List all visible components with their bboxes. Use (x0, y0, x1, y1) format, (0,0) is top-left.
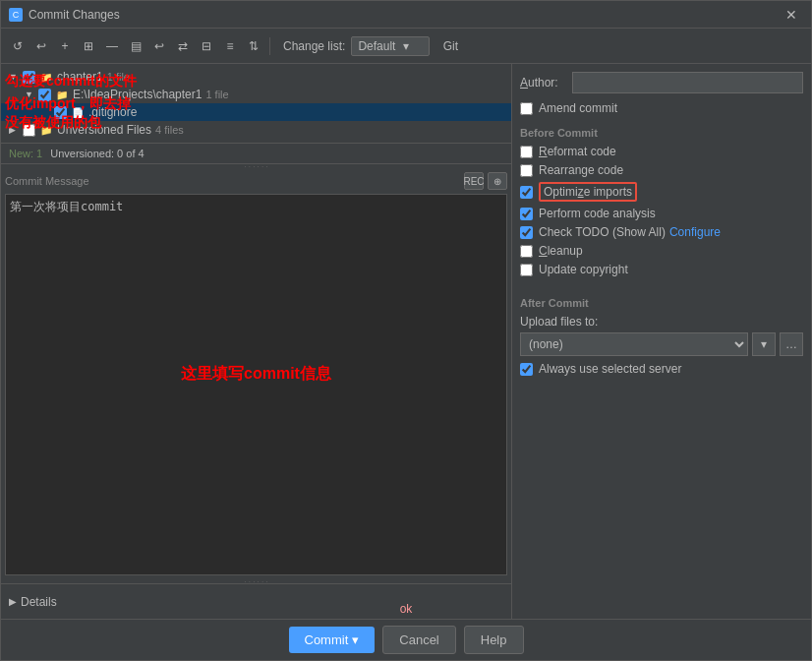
commit-message-label-text: Commit Message (5, 175, 89, 187)
option-row-optimize: Optimize imports (520, 182, 803, 202)
details-label-text: Details (21, 595, 57, 609)
tree-item-ideaprojects[interactable]: ▼ 📁 E:\IdeaProjects\chapter1 1 file (1, 86, 511, 103)
sort-button[interactable]: ≡ (219, 35, 241, 57)
file-icon-gitignore: 📄 (71, 105, 85, 119)
configure-link[interactable]: Configure (669, 225, 721, 239)
change-list-dropdown[interactable]: Default ▾ (351, 36, 429, 56)
revert-button[interactable]: ↩ (30, 35, 52, 57)
diff-button[interactable]: ⇄ (172, 35, 194, 57)
amend-checkbox[interactable] (520, 102, 533, 115)
cleanup-label: Cleanup (539, 244, 583, 258)
tree-count-unversioned: 4 files (155, 124, 184, 136)
tree-arrow-chapter1: ▼ (9, 72, 21, 82)
code-analysis-checkbox[interactable] (520, 208, 533, 220)
cancel-button[interactable]: Cancel (382, 626, 455, 654)
tree-check-ideaprojects[interactable] (38, 89, 51, 101)
commit-msg-rec-button[interactable]: REC (464, 172, 484, 190)
bottom-bar: ok Commit ▾ Cancel Help (1, 619, 811, 660)
folder-icon-ideaprojects: 📁 (55, 88, 69, 101)
upload-label: Upload files to: (520, 315, 803, 329)
commit-message-section: Commit Message REC ⊕ 第一次将项目commit 这里填写co… (1, 168, 511, 579)
tree-count-chapter1: 1 file (107, 71, 130, 83)
sort2-button[interactable]: ⇅ (243, 35, 264, 57)
upload-config-btn[interactable]: … (780, 332, 803, 356)
code-analysis-label: Perform code analysis (539, 207, 656, 220)
rearrange-checkbox[interactable] (520, 164, 533, 177)
option-row-rearrange: Rearrange code (520, 163, 803, 177)
author-label: Author: (520, 76, 564, 90)
settings-button[interactable]: ⊟ (196, 35, 217, 57)
remove-button[interactable]: — (101, 35, 123, 57)
always-use-server-checkbox[interactable] (520, 363, 533, 376)
option-row-cleanup: Cleanup (520, 244, 803, 258)
option-row-code-analysis: Perform code analysis (520, 207, 803, 220)
optimize-label: Optimize imports (539, 182, 637, 202)
reformat-checkbox[interactable] (520, 146, 533, 158)
tree-name-ideaprojects: E:\IdeaProjects\chapter1 (73, 88, 202, 101)
always-use-server-row: Always use selected server (520, 362, 803, 376)
update-copyright-checkbox[interactable] (520, 264, 533, 276)
commit-button[interactable]: Commit ▾ (289, 627, 376, 653)
status-new: New: 1 (9, 148, 42, 159)
after-commit-title: After Commit (520, 297, 803, 309)
tree-name-unversioned: Unversioned Files (57, 123, 151, 137)
option-row-update-copyright: Update copyright (520, 263, 803, 276)
folder-icon-unversioned: 📁 (39, 123, 53, 137)
close-button[interactable]: ✕ (780, 5, 803, 25)
title-bar: C Commit Changes ✕ (1, 1, 811, 29)
reformat-label: Reformat code (539, 145, 616, 158)
tree-check-chapter1[interactable] (23, 71, 35, 84)
help-button[interactable]: Help (464, 626, 524, 654)
tree-name-chapter1: chapter1 (57, 70, 103, 84)
folder-icon-chapter1: 📁 (39, 70, 53, 84)
file-tree: ▼ 📁 chapter1 1 file ▼ 📁 E:\IdeaProjects\… (1, 64, 511, 143)
file-tree-container: ▼ 📁 chapter1 1 file ▼ 📁 E:\IdeaProjects\… (1, 64, 511, 143)
commit-message-textarea[interactable]: 第一次将项目commit (5, 194, 507, 575)
check-todo-label: Check TODO (Show All) (539, 225, 666, 239)
tree-item-chapter1[interactable]: ▼ 📁 chapter1 1 file (1, 68, 511, 86)
option-row-check-todo: Check TODO (Show All) Configure (520, 225, 803, 239)
main-content: ▼ 📁 chapter1 1 file ▼ 📁 E:\IdeaProjects\… (1, 64, 811, 619)
commit-arrow-icon: ▾ (352, 632, 359, 647)
after-commit-section: After Commit Upload files to: (none) ▾ …… (520, 297, 803, 381)
optimize-checkbox[interactable] (520, 186, 533, 199)
window-icon: C (9, 8, 23, 22)
upload-select[interactable]: (none) (520, 332, 748, 356)
change-list-label: Change list: (283, 39, 345, 53)
left-panel: ▼ 📁 chapter1 1 file ▼ 📁 E:\IdeaProjects\… (1, 64, 512, 619)
refresh-button[interactable]: ↺ (7, 35, 29, 57)
tree-check-unversioned[interactable] (23, 124, 35, 137)
before-commit-title: Before Commit (520, 127, 803, 139)
tree-check-gitignore[interactable] (54, 106, 67, 119)
details-section[interactable]: ▶ Details (1, 583, 511, 619)
before-commit-group: Before Commit Reformat code Rearrange co… (520, 127, 803, 281)
commit-msg-copy-button[interactable]: ⊕ (488, 172, 507, 190)
window-title: Commit Changes (29, 8, 780, 22)
amend-label: Amend commit (539, 101, 617, 115)
option-row-reformat: Reformat code (520, 145, 803, 158)
upload-row: (none) ▾ … (520, 332, 803, 356)
undo-button[interactable]: ↩ (148, 35, 170, 57)
group-button[interactable]: ▤ (125, 35, 146, 57)
move-button[interactable]: ⊞ (78, 35, 99, 57)
commit-message-icons: REC ⊕ (464, 172, 507, 190)
cleanup-checkbox[interactable] (520, 245, 533, 258)
update-copyright-label: Update copyright (539, 263, 628, 276)
tree-count-ideaprojects: 1 file (205, 89, 228, 100)
details-arrow-icon: ▶ (9, 596, 17, 607)
upload-dropdown-btn[interactable]: ▾ (752, 332, 776, 356)
right-panel: Author: Amend commit Before Commit Refor… (512, 64, 811, 619)
tree-item-unversioned[interactable]: ▶ 📁 Unversioned Files 4 files (1, 121, 511, 139)
rearrange-label: Rearrange code (539, 163, 623, 177)
check-todo-checkbox[interactable] (520, 226, 533, 239)
status-unversioned: Unversioned: 0 of 4 (50, 148, 144, 159)
add-button[interactable]: + (54, 35, 76, 57)
tree-item-gitignore[interactable]: ▶ 📄 .gitignore (1, 103, 511, 121)
author-input[interactable] (572, 72, 803, 93)
amend-row: Amend commit (520, 101, 803, 115)
always-use-server-label: Always use selected server (539, 362, 681, 376)
commit-label: Commit (305, 632, 349, 647)
toolbar: ↺ ↩ + ⊞ — ▤ ↩ ⇄ ⊟ ≡ ⇅ Change list: Defau… (1, 29, 811, 64)
commit-changes-window: C Commit Changes ✕ ↺ ↩ + ⊞ — ▤ ↩ ⇄ ⊟ ≡ ⇅… (0, 0, 812, 661)
tree-name-gitignore: .gitignore (88, 105, 137, 119)
